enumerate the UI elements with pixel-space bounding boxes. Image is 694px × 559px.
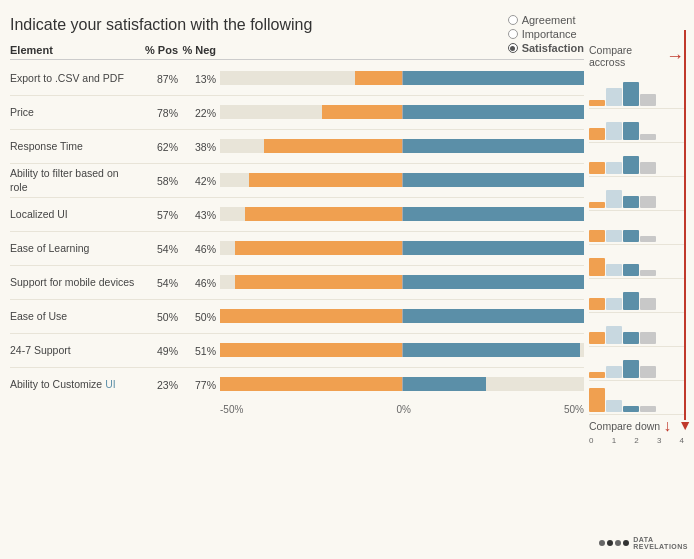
mini-bar: [589, 202, 605, 208]
center-line: [402, 207, 403, 221]
bar-bg: [220, 71, 584, 85]
mini-bar: [606, 122, 622, 140]
header-element: Element: [10, 44, 140, 56]
mini-bar: [623, 156, 639, 174]
radio-circle: [508, 43, 518, 53]
cell-element: Export to .CSV and PDF: [10, 72, 140, 86]
cell-element: Response Time: [10, 140, 140, 154]
logo-dot-4: [623, 540, 629, 546]
mini-chart-body: [589, 75, 684, 415]
mini-chart-row: [589, 381, 684, 415]
neg-bar: [220, 377, 402, 391]
compare-down-label: Compare down ↓: [589, 417, 684, 435]
mini-bar: [623, 292, 639, 310]
cell-element: Localized UI: [10, 208, 140, 222]
axis-neg50: -50%: [220, 404, 243, 415]
pos-bar: [402, 173, 584, 187]
bar-bg: [220, 275, 584, 289]
radio-label: Satisfaction: [522, 42, 584, 54]
table-row: Export to .CSV and PDF87%13%: [10, 62, 584, 96]
element-link[interactable]: UI: [105, 378, 116, 390]
axis-pos50: 50%: [564, 404, 584, 415]
neg-bar: [322, 105, 402, 119]
mini-bar: [623, 82, 639, 106]
mini-bar: [589, 258, 605, 276]
center-line: [402, 105, 403, 119]
center-line: [402, 139, 403, 153]
pos-bar: [402, 309, 584, 323]
compare-down-text: Compare down: [589, 420, 660, 432]
bar-bg: [220, 309, 584, 323]
bar-bg: [220, 105, 584, 119]
mini-bar: [623, 406, 639, 412]
cell-element: Ability to Customize UI: [10, 378, 140, 392]
mini-bar: [640, 94, 656, 106]
cell-chart: [220, 98, 584, 128]
radio-label: Agreement: [522, 14, 576, 26]
pos-bar: [402, 71, 584, 85]
cell-pos: 78%: [140, 107, 178, 119]
cell-neg: 22%: [178, 107, 216, 119]
compare-section: Compare accross → Compare down ↓ 0 1 2 3: [584, 44, 684, 445]
mini-bar: [589, 100, 605, 106]
mini-bar: [589, 162, 605, 174]
center-line: [402, 309, 403, 323]
mini-chart-row: [589, 347, 684, 381]
center-line: [402, 173, 403, 187]
mini-chart-row: [589, 279, 684, 313]
mini-axis: 0 1 2 3 4: [589, 436, 684, 445]
logo-dot-3: [615, 540, 621, 546]
mini-bar: [606, 264, 622, 276]
table-row: 24-7 Support49%51%: [10, 334, 584, 368]
table-row: Ability to Customize UI23%77%: [10, 368, 584, 402]
neg-bar: [220, 343, 402, 357]
cell-neg: 51%: [178, 345, 216, 357]
pos-bar: [402, 105, 584, 119]
mini-bar: [640, 406, 656, 412]
mini-bar: [640, 162, 656, 174]
mini-bar: [623, 332, 639, 344]
cell-element: Ease of Learning: [10, 242, 140, 256]
mini-chart-row: [589, 109, 684, 143]
mini-bar: [589, 332, 605, 344]
mini-bar: [606, 88, 622, 106]
mini-chart-row: [589, 75, 684, 109]
mini-bar: [606, 366, 622, 378]
pos-bar: [402, 343, 580, 357]
cell-chart: [220, 200, 584, 230]
radio-item-importance[interactable]: Importance: [508, 28, 584, 40]
cell-element: Ability to filter based on role: [10, 167, 140, 194]
axis-row: -50% 0% 50%: [10, 404, 584, 415]
table-row: Ease of Use50%50%: [10, 300, 584, 334]
cell-chart: [220, 268, 584, 298]
mini-chart-row: [589, 245, 684, 279]
cell-chart: [220, 336, 584, 366]
cell-element: Support for mobile devices: [10, 276, 140, 290]
pos-bar: [402, 275, 584, 289]
compare-across-text: Compare accross: [589, 44, 663, 68]
mini-bar: [589, 230, 605, 242]
radio-circle: [508, 15, 518, 25]
down-arrow-head: ▼: [678, 417, 692, 433]
main-layout: Element % Pos % Neg Export to .CSV and P…: [10, 44, 684, 445]
mini-bar: [623, 196, 639, 208]
cell-neg: 43%: [178, 209, 216, 221]
cell-neg: 46%: [178, 243, 216, 255]
logo-dot-1: [599, 540, 605, 546]
radio-group: AgreementImportanceSatisfaction: [508, 14, 584, 54]
radio-item-agreement[interactable]: Agreement: [508, 14, 584, 26]
bar-bg: [220, 173, 584, 187]
mini-bar: [640, 366, 656, 378]
vertical-line: [684, 30, 686, 420]
bar-bg: [220, 139, 584, 153]
table-row: Localized UI57%43%: [10, 198, 584, 232]
radio-item-satisfaction[interactable]: Satisfaction: [508, 42, 584, 54]
radio-circle: [508, 29, 518, 39]
center-line: [402, 377, 403, 391]
pos-bar: [402, 207, 584, 221]
cell-neg: 42%: [178, 175, 216, 187]
mini-bar: [606, 190, 622, 208]
neg-bar: [355, 71, 402, 85]
mini-bar: [606, 326, 622, 344]
vertical-arrow: ▼: [678, 30, 692, 433]
